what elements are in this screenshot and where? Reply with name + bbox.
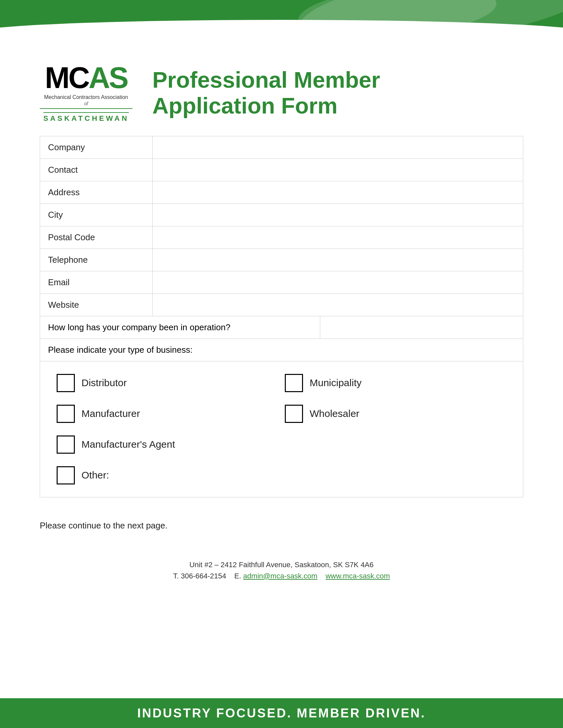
footer-bar: INDUSTRY FOCUSED. MEMBER DRIVEN.	[0, 698, 563, 728]
footer-phone: T. 306-664-2154	[173, 572, 226, 580]
field-value-address[interactable]	[153, 181, 523, 204]
checkbox-item-wholesaler: Wholesaler	[282, 400, 510, 428]
footer-address-line1: Unit #2 – 2412 Faithfull Avenue, Saskato…	[7, 561, 556, 569]
operation-question-text: How long has your company been in operat…	[40, 316, 320, 339]
footer-website-link[interactable]: www.mca-sask.com	[326, 572, 390, 580]
field-label-postal: Postal Code	[40, 226, 153, 249]
checkbox-label-manufacturer: Manufacturer	[81, 408, 140, 419]
logo-of-text: of	[84, 101, 88, 106]
checkbox-manufacturer[interactable]	[57, 405, 75, 423]
table-row-contact: Contact	[40, 159, 523, 181]
checkbox-item-manufacturer: Manufacturer	[53, 400, 282, 428]
table-row-business-header: Please indicate your type of business:	[40, 339, 523, 361]
field-label-email: Email	[40, 271, 153, 294]
logo-block: MCAS Mechanical Contractors Association …	[40, 63, 132, 123]
checkbox-label-manufacturers-agent: Manufacturer's Agent	[81, 439, 175, 450]
field-label-website: Website	[40, 294, 153, 316]
field-value-contact[interactable]	[153, 159, 523, 181]
logo-sask: SASKATCHEWAN	[43, 112, 129, 123]
table-row-company: Company	[40, 136, 523, 159]
checkbox-item-manufacturers-agent: Manufacturer's Agent	[53, 431, 282, 458]
footer-address: Unit #2 – 2412 Faithfull Avenue, Saskato…	[0, 541, 563, 587]
field-label-telephone: Telephone	[40, 249, 153, 271]
field-label-address: Address	[40, 181, 153, 204]
checkbox-grid: Distributor Manufacturer Manufacturer's …	[53, 369, 510, 489]
checkbox-item-other: Other:	[53, 462, 282, 489]
table-row-postal: Postal Code	[40, 226, 523, 249]
checkbox-municipality[interactable]	[285, 374, 303, 392]
form-table: Company Contact Address City Postal Code…	[40, 136, 523, 497]
header-wave	[0, 0, 563, 43]
logo-mcas: MCAS	[45, 63, 127, 93]
footer-address-line2: T. 306-664-2154 E. admin@mca-sask.com ww…	[7, 572, 556, 580]
checkbox-distributor[interactable]	[57, 374, 75, 392]
operation-split: How long has your company been in operat…	[40, 316, 523, 339]
field-label-company: Company	[40, 136, 153, 159]
checkbox-label-other: Other:	[81, 470, 109, 481]
footer-tagline: INDUSTRY FOCUSED. MEMBER DRIVEN.	[137, 706, 426, 720]
footer-email-label: E.	[234, 572, 241, 580]
form-wrapper: Company Contact Address City Postal Code…	[0, 136, 563, 511]
checkbox-other[interactable]	[57, 466, 75, 484]
field-value-telephone[interactable]	[153, 249, 523, 271]
field-value-city[interactable]	[153, 204, 523, 226]
checkbox-label-distributor: Distributor	[81, 377, 127, 388]
continue-text: Please continue to the next page.	[0, 511, 563, 541]
checkbox-label-municipality: Municipality	[310, 377, 362, 388]
checkbox-left-col: Distributor Manufacturer Manufacturer's …	[53, 369, 282, 489]
business-type-label: Please indicate your type of business:	[40, 339, 523, 361]
footer-email-link[interactable]: admin@mca-sask.com	[243, 572, 317, 580]
title-block: Professional Member Application Form	[152, 67, 380, 118]
table-row-city: City	[40, 204, 523, 226]
form-title: Professional Member Application Form	[152, 67, 380, 118]
table-row-telephone: Telephone	[40, 249, 523, 271]
field-value-website[interactable]	[153, 294, 523, 316]
field-label-city: City	[40, 204, 153, 226]
table-row-operation: How long has your company been in operat…	[40, 316, 523, 339]
table-row-website: Website	[40, 294, 523, 316]
field-label-contact: Contact	[40, 159, 153, 181]
field-value-postal[interactable]	[153, 226, 523, 249]
field-value-company[interactable]	[153, 136, 523, 159]
checkbox-right-col: Municipality Wholesaler	[282, 369, 510, 489]
logo-divider	[40, 108, 132, 109]
checkbox-manufacturers-agent[interactable]	[57, 435, 75, 454]
logo-sub-text: Mechanical Contractors Association	[44, 94, 128, 101]
operation-answer-field[interactable]	[320, 316, 523, 339]
table-row-address: Address	[40, 181, 523, 204]
checkbox-label-wholesaler: Wholesaler	[310, 408, 359, 419]
field-value-email[interactable]	[153, 271, 523, 294]
checkbox-item-municipality: Municipality	[282, 369, 510, 397]
checkbox-wholesaler[interactable]	[285, 405, 303, 423]
branding-area: MCAS Mechanical Contractors Association …	[0, 43, 563, 136]
checkbox-item-distributor: Distributor	[53, 369, 282, 397]
table-row-email: Email	[40, 271, 523, 294]
table-row-checkboxes: Distributor Manufacturer Manufacturer's …	[40, 361, 523, 497]
